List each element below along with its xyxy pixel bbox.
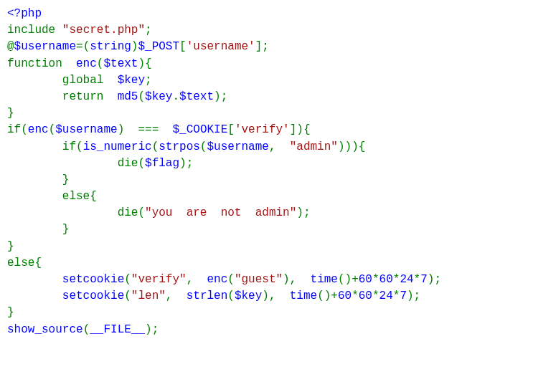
variable: $key (118, 74, 145, 87)
variable: $flag (145, 157, 179, 170)
magic-constant: __FILE__ (90, 323, 145, 336)
global-keyword: global (62, 74, 104, 87)
string-literal: 'verify' (235, 123, 290, 136)
variable: $key (145, 90, 172, 103)
function-call: setcookie (62, 290, 124, 302)
function-keyword: function (7, 57, 62, 70)
function-call: show_source (7, 323, 83, 336)
function-call: setcookie (62, 273, 124, 286)
function-call: is_numeric (83, 140, 152, 153)
function-call: time (290, 290, 317, 302)
variable: $key (235, 290, 262, 302)
function-call: enc (207, 273, 227, 286)
function-name: enc (76, 57, 97, 70)
if-keyword: if (7, 123, 21, 136)
else-keyword: else (7, 257, 34, 269)
string-literal: "secret.php" (62, 24, 145, 37)
die-keyword: die (118, 206, 138, 219)
else-keyword: else (62, 190, 90, 203)
include-keyword: include (7, 24, 55, 37)
variable: $text (179, 90, 214, 103)
superglobal: $_POST (138, 40, 179, 53)
string-literal: "guest" (235, 273, 283, 286)
function-call: enc (28, 123, 49, 136)
php-open-tag: <?php (7, 7, 42, 20)
string-literal: "verify" (131, 273, 187, 286)
return-keyword: return (62, 90, 104, 103)
string-literal: "admin" (290, 140, 338, 153)
string-literal: "you are not admin" (145, 206, 296, 219)
if-keyword: if (62, 140, 76, 153)
string-literal: "len" (131, 290, 166, 302)
function-call: time (311, 273, 338, 286)
function-call: md5 (118, 90, 138, 103)
function-call: strpos (159, 140, 200, 153)
die-keyword: die (118, 157, 138, 170)
variable: $username (14, 40, 76, 53)
variable: $username (55, 123, 117, 136)
superglobal: $_COOKIE (172, 123, 227, 136)
variable: $username (207, 140, 268, 153)
string-literal: 'username' (187, 40, 255, 53)
function-call: strlen (187, 290, 228, 302)
php-code-block: <?php include "secret.php"; @$username=(… (7, 6, 526, 338)
variable: $text (103, 57, 138, 70)
